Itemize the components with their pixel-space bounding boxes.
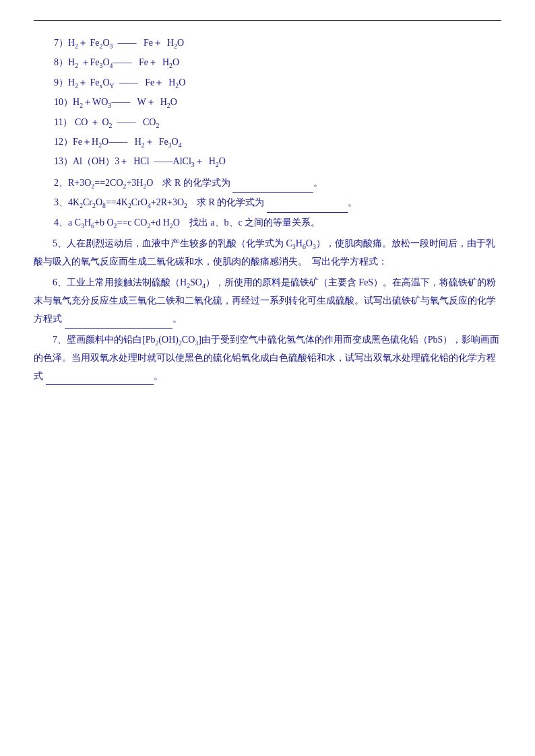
answer-blank-3 xyxy=(267,202,348,213)
line-8: 8）H2 ＋Fe3O4―― Fe＋ H2O xyxy=(54,54,501,72)
line-9: 9）H2＋ FexOY ―― Fe＋ H2O xyxy=(54,74,501,92)
line-11: 11） CO ＋ O2 ―― CO2 xyxy=(54,114,501,132)
top-border xyxy=(34,20,501,21)
question-3: 3、4K2Cr2O8==4K2CrO4+2R+3O2 求 R 的化学式为 。 xyxy=(54,194,501,212)
content: 7）H2＋ Fe2O3 ―― Fe＋ H2O 8）H2 ＋Fe3O4―― Fe＋… xyxy=(34,34,501,385)
line-7: 7）H2＋ Fe2O3 ―― Fe＋ H2O xyxy=(54,34,501,53)
answer-blank-2 xyxy=(232,182,313,193)
line-12: 12）Fe＋H2O―― H2＋ Fe3O4 xyxy=(54,133,501,151)
question-5-text: 5、人在剧烈运动后，血液中产生较多的乳酸（化学式为 C3H6O3），使肌肉酸痛。… xyxy=(34,235,501,271)
line-10: 10）H2＋WO3―― W＋ H2O xyxy=(54,94,501,112)
question-4: 4、a C3H6+b O2==c CO2+d H2O 找出 a、b、c 之间的等… xyxy=(54,214,501,232)
line-13: 13）Al（OH）3＋ HCl ――AlCl3＋ H2O xyxy=(54,153,501,171)
answer-blank-7 xyxy=(46,374,154,385)
question-6-text: 6、工业上常用接触法制硫酸（H2SO4），所使用的原料是硫铁矿（主要含 FeS）… xyxy=(34,274,501,329)
answer-blank-6 xyxy=(65,318,172,329)
question-2: 2、R+3O2==2CO2+3H2O 求 R 的化学式为 。 xyxy=(54,174,501,193)
question-7-text: 7、壁画颜料中的铅白[Pb2(OH)2CO3]由于受到空气中硫化氢气体的作用而变… xyxy=(34,331,501,386)
